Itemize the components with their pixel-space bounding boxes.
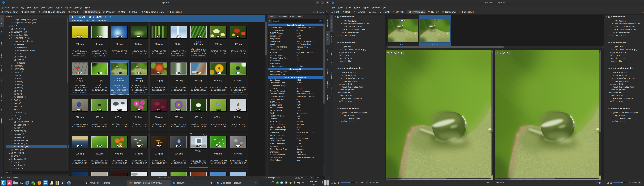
svg-text:i: i bbox=[273, 182, 273, 184]
svg-text:WM: WM bbox=[44, 182, 47, 183]
